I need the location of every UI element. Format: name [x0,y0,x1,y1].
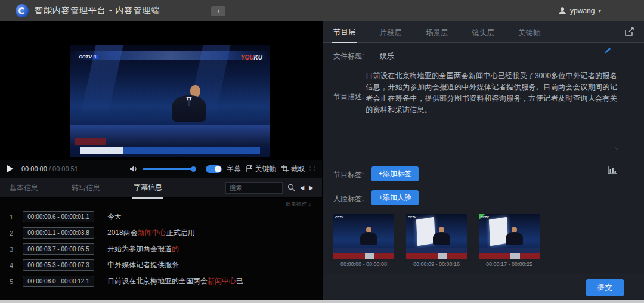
volume-icon[interactable] [130,165,138,172]
tab-scene-layer[interactable]: 场景层 [425,22,450,42]
user-icon [558,7,566,15]
keyframe-button[interactable]: 关键帧 [246,164,277,174]
next-result-icon[interactable]: ▶ [309,184,314,191]
export-icon[interactable] [625,27,634,36]
timecode-field[interactable]: 00:00:00.6 - 00:00:01.1 [23,211,94,222]
flag-icon [246,165,253,173]
username: ypwang [570,7,595,15]
subtitle-row[interactable]: 5 00:00:08.0 - 00:00:12.1 目前设在北京梅地亚的全国两会… [0,273,322,289]
subtitle-list: 1 00:00:00.6 - 00:00:01.1 今天 2 00:00:01.… [0,209,322,289]
chart-icon[interactable] [608,166,617,177]
search-icon[interactable] [287,184,295,191]
subtitle-text: 2018两会新闻中心正式启用 [107,228,195,238]
player-panel: CCTV1 YOUKU 00: [0,21,322,303]
subtitle-toggle-label: 字幕 [227,164,241,174]
add-tag-button[interactable]: +添加标签 [371,166,419,181]
channel-logo: CCTV1 [79,54,98,60]
timecode-field[interactable]: 00:00:03.7 - 00:00:05.5 [23,243,94,255]
down-arrow-icon: ↓ [309,201,312,207]
file-title-label: 文件标题: [333,51,364,61]
subtitle-row[interactable]: 3 00:00:03.7 - 00:00:05.5 开始为参加两会报道的 [0,241,322,257]
keyframe-thumbnail[interactable]: CCTV 00:00:09 - 00:00:16 [406,214,467,267]
subtitle-toggle[interactable] [206,165,222,173]
subtitle-text: 中外媒体记者提供服务 [107,260,179,270]
thumbnail-timerange: 00:00:00 - 00:00:08 [333,261,394,267]
tab-transcript-info[interactable]: 转写信息 [70,178,101,197]
capture-button[interactable]: 截取 [281,164,305,174]
search-input[interactable] [225,182,283,194]
fullscreen-icon[interactable]: ⛶ [310,165,315,173]
prev-result-icon[interactable]: ◀ [300,184,305,191]
tab-subtitle-info[interactable]: 字幕信息 [132,177,163,199]
tab-shot-layer[interactable]: 镜头层 [471,22,496,42]
metadata-panel: 节目层 片段层 场景层 镜头层 关键帧 文件标题: 娱乐 节目描述: 目前设在北… [322,21,644,303]
panel-footer: 提交 [323,274,644,300]
subtitle-text: 今天 [107,212,122,222]
top-bar: 智能内容管理平台 - 内容管理端 ‹ ypwang ▾ [0,0,644,21]
watermark-logo: YOUKU [241,54,262,61]
keyframe-thumbnail[interactable]: CCTV 00:00:00 - 00:00:08 [333,214,394,267]
tab-segment-layer[interactable]: 片段层 [379,22,404,42]
resize-handle-icon[interactable] [612,144,618,150]
video-frame: CCTV1 YOUKU [70,45,270,157]
timecode-field[interactable]: 00:00:08.0 - 00:00:12.1 [23,276,94,287]
bottom-scrollbar[interactable] [0,300,644,303]
app-window: 智能内容管理平台 - 内容管理端 ‹ ypwang ▾ CCTV1 [0,0,644,303]
crop-icon [281,165,289,172]
back-button[interactable]: ‹ [211,6,225,16]
row-number: 4 [10,262,23,269]
volume-slider[interactable] [143,168,195,170]
subtitle-row[interactable]: 4 00:00:05.3 - 00:00:07.3 中外媒体记者提供服务 [0,257,322,273]
user-menu[interactable]: ypwang ▾ [558,7,601,15]
submit-button[interactable]: 提交 [586,279,624,296]
row-number: 3 [10,246,23,253]
subtitle-row[interactable]: 2 00:00:01.1 - 00:00:03.8 2018两会新闻中心正式启用 [0,225,322,241]
tab-keyframe-layer[interactable]: 关键帧 [517,22,542,42]
description-text[interactable]: 目前设在北京梅地亚的全国两会新闻中心已经接受了3000多位中外记者的报名信息，开… [366,70,617,116]
thumbnail-timerange: 00:00:17 - 00:00:25 [479,261,540,267]
thumbnail-timerange: 00:00:09 - 00:00:16 [406,261,467,267]
left-tab-bar: 基本信息 转写信息 字幕信息 ◀ ▶ [0,178,322,198]
keyframe-thumbnail[interactable]: CCTV 00:00:17 - 00:00:25 [479,214,540,267]
face-tag-label: 人脸标签: [333,194,364,204]
app-logo-icon [16,4,29,17]
add-face-button[interactable]: +添加人脸 [371,190,419,205]
news-anchor [184,85,206,122]
video-player[interactable]: CCTV1 YOUKU [0,21,322,160]
time-display: 00:00:00 / 00:00:51 [21,165,78,172]
subtitle-row[interactable]: 1 00:00:00.6 - 00:00:01.1 今天 [0,209,322,225]
bulk-action-link[interactable]: 批量操作 ↓ [286,200,311,208]
subtitle-text: 开始为参加两会报道的 [107,244,179,254]
lower-third-banner [80,147,260,154]
caret-down-icon: ▾ [598,8,601,14]
row-number: 1 [10,214,23,221]
row-number: 5 [10,278,23,285]
keyframe-thumbnails: CCTV 00:00:00 - 00:00:08 CCTV 00:00:09 -… [333,214,540,267]
subtitle-text: 目前设在北京梅地亚的全国两会新闻中心已 [107,276,243,286]
edit-icon[interactable] [605,45,611,56]
file-title-value[interactable]: 娱乐 [380,51,394,61]
app-title: 智能内容管理平台 - 内容管理端 [35,5,160,16]
desk-reflection [75,138,106,145]
play-icon[interactable] [7,165,13,172]
timecode-field[interactable]: 00:00:05.3 - 00:00:07.3 [23,259,94,271]
timecode-field[interactable]: 00:00:01.1 - 00:00:03.8 [23,227,94,239]
layer-tab-bar: 节目层 片段层 场景层 镜头层 关键帧 [323,21,644,43]
row-number: 2 [10,230,23,237]
player-controls: 00:00:00 / 00:00:51 字幕 关键帧 [0,160,322,178]
tab-basic-info[interactable]: 基本信息 [8,178,39,197]
program-tag-label: 节目标签: [333,170,364,180]
tab-program-layer[interactable]: 节目层 [332,21,357,43]
description-label: 节目描述: [333,92,364,102]
